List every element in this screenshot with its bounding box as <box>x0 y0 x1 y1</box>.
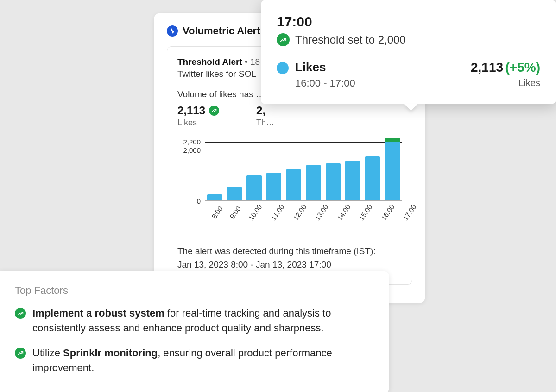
metric-threshold: 2, Th… <box>256 104 274 128</box>
trend-up-icon <box>277 33 290 46</box>
factor-pre: Utilize <box>32 347 63 359</box>
chart-bar[interactable] <box>207 194 222 200</box>
chart-bar[interactable] <box>306 165 321 200</box>
x-tick: 14:00 <box>335 203 352 222</box>
tooltip-unit: Likes <box>471 78 540 88</box>
threshold-label: Threshold Alert <box>177 57 242 67</box>
chart-bar[interactable] <box>326 163 341 200</box>
tooltip-value: 2,113 <box>471 60 503 75</box>
chart-bar[interactable] <box>385 138 400 200</box>
x-tick: 15:00 <box>357 203 373 222</box>
x-tick: 9:00 <box>228 205 242 220</box>
x-tick: 11:00 <box>269 203 285 222</box>
factor-item: Implement a robust system for real-time … <box>15 306 371 336</box>
chart-bar[interactable] <box>345 161 360 200</box>
chart-bar[interactable] <box>266 173 282 200</box>
pulse-icon <box>167 25 178 37</box>
factor-bold: Implement a robust system <box>32 307 164 319</box>
metric-threshold-label: Th… <box>256 118 274 128</box>
x-tick: 17:00 <box>401 203 417 222</box>
x-tick: 13:00 <box>313 203 329 222</box>
metric-likes-value: 2,113 <box>177 104 205 117</box>
x-tick: 10:00 <box>247 203 263 222</box>
tooltip-threshold-row: Threshold set to 2,000 <box>277 33 540 46</box>
trend-up-icon <box>15 348 26 359</box>
tooltip-time-range: 16:00 - 17:00 <box>295 77 355 89</box>
chart-bar[interactable] <box>227 187 242 200</box>
y-tick: 0 <box>197 197 201 205</box>
trend-up-icon <box>15 308 26 319</box>
metric-likes: 2,113 Likes <box>177 104 219 128</box>
y-tick: 2,000 <box>183 146 201 154</box>
likes-bar-chart[interactable]: 2,200 2,000 0 8:009:0010:0011:0012:0013:… <box>177 136 402 218</box>
chart-bar[interactable] <box>286 169 301 200</box>
trend-up-icon <box>209 106 219 116</box>
threshold-line <box>205 142 402 143</box>
metric-threshold-value: 2, <box>256 104 265 117</box>
y-tick: 2,200 <box>183 138 201 146</box>
timeframe-line2: Jan 13, 2023 8:00 - Jan 13, 2023 17:00 <box>177 260 331 269</box>
threshold-meta: • 18 <box>242 57 260 67</box>
x-tick: 8:00 <box>210 205 224 220</box>
tooltip-series-label: Likes <box>295 60 355 75</box>
x-tick: 12:00 <box>291 203 308 222</box>
timeframe-line1: The alert was detected during this timef… <box>177 246 376 256</box>
tooltip-time: 17:00 <box>277 14 540 30</box>
chart-bar[interactable] <box>246 175 262 200</box>
alert-title: Volumetric Alert <box>183 25 260 37</box>
tooltip-delta: (+5%) <box>505 60 540 75</box>
chart-bar[interactable] <box>365 156 380 200</box>
chart-plot-area <box>205 136 402 201</box>
factor-item: Utilize Sprinklr monitoring, ensuring ov… <box>15 346 371 375</box>
timeframe-note: The alert was detected during this timef… <box>177 245 402 271</box>
tooltip-series: Likes 16:00 - 17:00 <box>277 60 355 89</box>
factor-text: Utilize Sprinklr monitoring, ensuring ov… <box>32 346 371 375</box>
top-factors-title: Top Factors <box>15 285 371 297</box>
metrics-row: 2,113 Likes 2, Th… <box>177 104 402 128</box>
factor-text: Implement a robust system for real-time … <box>32 306 371 336</box>
x-tick: 16:00 <box>379 203 396 222</box>
tooltip-threshold-text: Threshold set to 2,000 <box>295 33 406 46</box>
metric-likes-label: Likes <box>177 118 219 128</box>
factor-bold: Sprinklr monitoring <box>63 347 158 359</box>
chart-x-axis: 8:009:0010:0011:0012:0013:0014:0015:0016… <box>205 201 402 218</box>
series-color-dot <box>277 62 289 74</box>
top-factors-card: Top Factors Implement a robust system fo… <box>0 271 389 392</box>
chart-tooltip: 17:00 Threshold set to 2,000 Likes 16:00… <box>261 0 556 104</box>
tooltip-value-block: 2,113 (+5%) Likes <box>471 60 540 88</box>
